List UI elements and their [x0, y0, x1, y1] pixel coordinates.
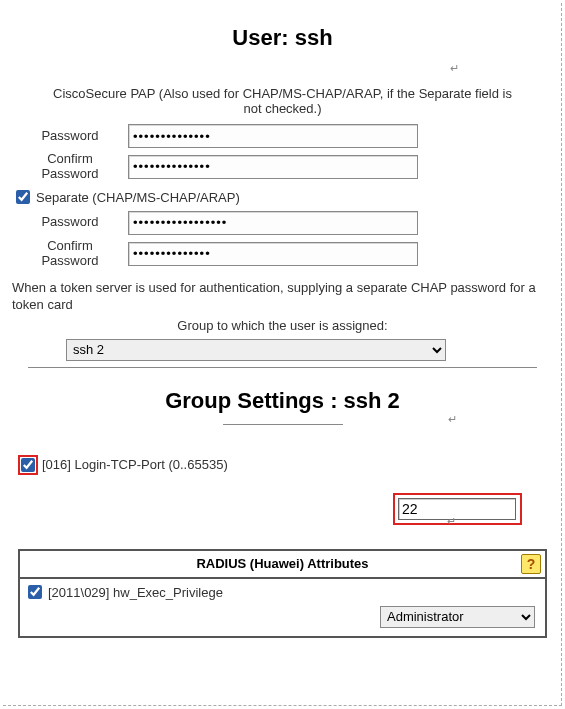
separate-checkbox[interactable] [16, 190, 30, 204]
login-tcp-port-row: [016] Login-TCP-Port (0..65535) [18, 455, 555, 475]
confirm-password-label-2: Confirm Password [20, 239, 120, 269]
highlight-box-port [395, 495, 520, 523]
separator-rule [28, 367, 537, 368]
confirm-password-input-2[interactable] [128, 242, 418, 266]
password-row-1: Password [20, 124, 555, 148]
password-row-2: Password [20, 211, 555, 235]
group-assign-label: Group to which the user is assigned: [10, 318, 555, 333]
exec-privilege-label: [2011\029] hw_Exec_Privilege [48, 585, 223, 600]
password-input-1[interactable] [128, 124, 418, 148]
password-label-2: Password [20, 215, 120, 230]
paragraph-mark-icon: ↵ [448, 413, 457, 426]
radius-attributes-title: RADIUS (Huawei) Attributes [196, 556, 368, 571]
confirm-password-input-1[interactable] [128, 155, 418, 179]
login-tcp-port-checkbox[interactable] [21, 458, 35, 472]
login-tcp-port-input[interactable] [398, 498, 516, 520]
exec-privilege-checkbox[interactable] [28, 585, 42, 599]
radius-attributes-header: RADIUS (Huawei) Attributes ? [20, 551, 545, 579]
separator-short [223, 424, 343, 425]
exec-privilege-row: [2011\029] hw_Exec_Privilege [28, 585, 537, 600]
confirm-password-label-1: Confirm Password [20, 152, 120, 182]
group-select[interactable]: ssh 2 [66, 339, 446, 361]
confirm-row-2: Confirm Password [20, 239, 555, 269]
confirm-row-1: Confirm Password [20, 152, 555, 182]
page-title-group: Group Settings : ssh 2 [10, 388, 555, 414]
highlight-box-checkbox [18, 455, 38, 475]
pap-note: CiscoSecure PAP (Also used for CHAP/MS-C… [50, 86, 515, 116]
paragraph-mark-icon: ↵ [447, 515, 456, 528]
login-tcp-port-label: [016] Login-TCP-Port (0..65535) [42, 457, 228, 472]
paragraph-mark-icon: ↵ [450, 62, 459, 75]
token-note: When a token server is used for authenti… [12, 279, 547, 314]
password-input-2[interactable] [128, 211, 418, 235]
radius-attributes-panel: RADIUS (Huawei) Attributes ? [2011\029] … [18, 549, 547, 638]
password-label: Password [20, 129, 120, 144]
separate-row: Separate (CHAP/MS-CHAP/ARAP) [16, 190, 555, 205]
page-title-user: User: ssh [10, 25, 555, 51]
separate-label: Separate (CHAP/MS-CHAP/ARAP) [36, 190, 240, 205]
help-icon[interactable]: ? [521, 554, 541, 574]
exec-privilege-select[interactable]: Administrator [380, 606, 535, 628]
